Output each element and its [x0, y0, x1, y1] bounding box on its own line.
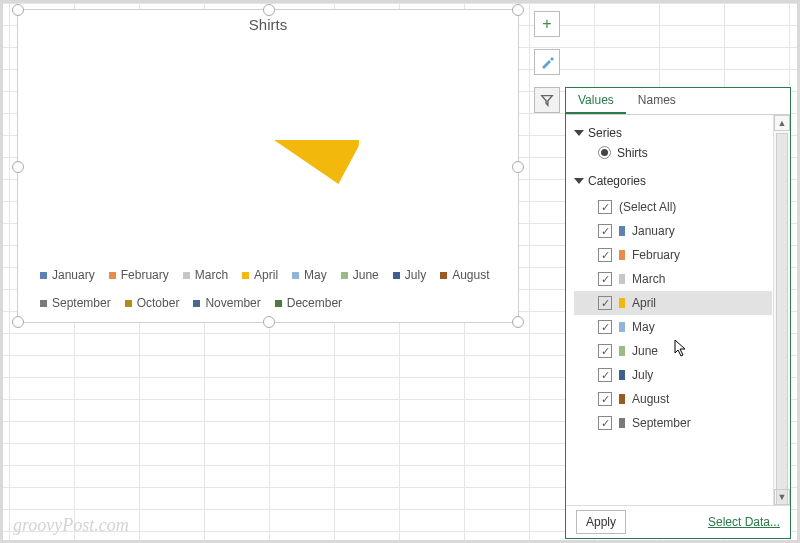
- series-item-shirts[interactable]: Shirts: [574, 143, 772, 163]
- checkbox-icon: ✓: [598, 248, 612, 262]
- chevron-down-icon: [574, 130, 584, 136]
- category-swatch: [619, 274, 625, 284]
- resize-handle[interactable]: [512, 316, 524, 328]
- scroll-down-button[interactable]: ▼: [774, 489, 790, 505]
- category-swatch: [619, 418, 625, 428]
- svg-line-5: [227, 67, 271, 143]
- legend-swatch: [275, 300, 282, 307]
- legend-item[interactable]: May: [292, 268, 327, 282]
- checkbox-icon: ✓: [598, 368, 612, 382]
- chart-title[interactable]: Shirts: [18, 16, 518, 33]
- legend-item[interactable]: January: [40, 268, 95, 282]
- category-row[interactable]: ✓July: [574, 363, 772, 387]
- legend-label: January: [52, 268, 95, 282]
- category-label: June: [632, 344, 658, 358]
- legend-label: June: [353, 268, 379, 282]
- svg-line-4: [195, 99, 271, 143]
- checkbox-icon: ✓: [598, 392, 612, 406]
- category-swatch: [619, 346, 625, 356]
- svg-line-7: [271, 67, 315, 143]
- checkbox-icon: ✓: [598, 224, 612, 238]
- legend-swatch: [183, 272, 190, 279]
- legend-swatch: [393, 272, 400, 279]
- category-label: September: [632, 416, 691, 430]
- checkbox-icon: ✓: [598, 296, 612, 310]
- filter-panel-body: Series Shirts Categories ✓(Select All)✓J…: [566, 115, 790, 505]
- resize-handle[interactable]: [12, 4, 24, 16]
- legend-swatch: [125, 300, 132, 307]
- svg-line-1: [227, 143, 271, 219]
- category-label: March: [632, 272, 665, 286]
- legend-item[interactable]: June: [341, 268, 379, 282]
- mouse-cursor: [674, 339, 688, 357]
- legend-item[interactable]: March: [183, 268, 228, 282]
- plus-icon: +: [542, 15, 551, 33]
- category-row[interactable]: ✓June: [574, 339, 772, 363]
- legend-label: September: [52, 296, 111, 310]
- category-row[interactable]: ✓March: [574, 267, 772, 291]
- scrollbar[interactable]: ▲ ▼: [773, 115, 790, 505]
- legend-item[interactable]: November: [193, 296, 260, 310]
- checkbox-icon: ✓: [598, 416, 612, 430]
- category-row[interactable]: ✓February: [574, 243, 772, 267]
- resize-handle[interactable]: [263, 4, 275, 16]
- legend-swatch: [440, 272, 447, 279]
- legend-label: July: [405, 268, 426, 282]
- chart-elements-button[interactable]: +: [534, 11, 560, 37]
- svg-line-2: [195, 143, 271, 187]
- category-row[interactable]: ✓May: [574, 315, 772, 339]
- category-swatch: [619, 226, 625, 236]
- category-swatch: [619, 370, 625, 380]
- resize-handle[interactable]: [512, 161, 524, 173]
- watermark: groovyPost.com: [13, 515, 129, 536]
- legend-item[interactable]: April: [242, 268, 278, 282]
- legend-swatch: [193, 300, 200, 307]
- checkbox-icon: ✓: [598, 320, 612, 334]
- resize-handle[interactable]: [12, 316, 24, 328]
- filter-tabs: Values Names: [566, 88, 790, 115]
- category-row[interactable]: ✓January: [574, 219, 772, 243]
- resize-handle[interactable]: [12, 161, 24, 173]
- category-row[interactable]: ✓September: [574, 411, 772, 435]
- category-row[interactable]: ✓April: [574, 291, 772, 315]
- legend-swatch: [341, 272, 348, 279]
- chart-object[interactable]: Shirts JanuaryFebruaryMarchAprilMayJuneJ…: [17, 9, 519, 323]
- categories-label: Categories: [588, 174, 646, 188]
- series-item-label: Shirts: [617, 146, 648, 160]
- legend-item[interactable]: December: [275, 296, 342, 310]
- categories-header[interactable]: Categories: [574, 171, 772, 191]
- category-swatch: [619, 394, 625, 404]
- category-label: August: [632, 392, 669, 406]
- svg-line-8: [271, 99, 347, 143]
- category-swatch: [619, 298, 625, 308]
- series-header[interactable]: Series: [574, 123, 772, 143]
- legend-swatch: [109, 272, 116, 279]
- legend-item[interactable]: August: [440, 268, 489, 282]
- legend-swatch: [40, 272, 47, 279]
- legend-item[interactable]: February: [109, 268, 169, 282]
- funnel-icon: [540, 93, 554, 107]
- legend-label: November: [205, 296, 260, 310]
- tab-names[interactable]: Names: [626, 88, 688, 114]
- category-row[interactable]: ✓(Select All): [574, 195, 772, 219]
- checkbox-icon: ✓: [598, 272, 612, 286]
- resize-handle[interactable]: [512, 4, 524, 16]
- chart-filters-button[interactable]: [534, 87, 560, 113]
- category-row[interactable]: ✓August: [574, 387, 772, 411]
- legend-item[interactable]: September: [40, 296, 111, 310]
- legend-label: August: [452, 268, 489, 282]
- legend-swatch: [242, 272, 249, 279]
- chart-styles-button[interactable]: [534, 49, 560, 75]
- legend-item[interactable]: October: [125, 296, 180, 310]
- select-data-link[interactable]: Select Data...: [708, 515, 780, 529]
- resize-handle[interactable]: [263, 316, 275, 328]
- legend-item[interactable]: July: [393, 268, 426, 282]
- tab-values[interactable]: Values: [566, 88, 626, 114]
- category-label: February: [632, 248, 680, 262]
- legend-swatch: [292, 272, 299, 279]
- filter-tree: Series Shirts Categories ✓(Select All)✓J…: [574, 123, 772, 435]
- scroll-thumb[interactable]: [776, 133, 788, 505]
- scroll-up-button[interactable]: ▲: [774, 115, 790, 131]
- legend-label: May: [304, 268, 327, 282]
- apply-button[interactable]: Apply: [576, 510, 626, 534]
